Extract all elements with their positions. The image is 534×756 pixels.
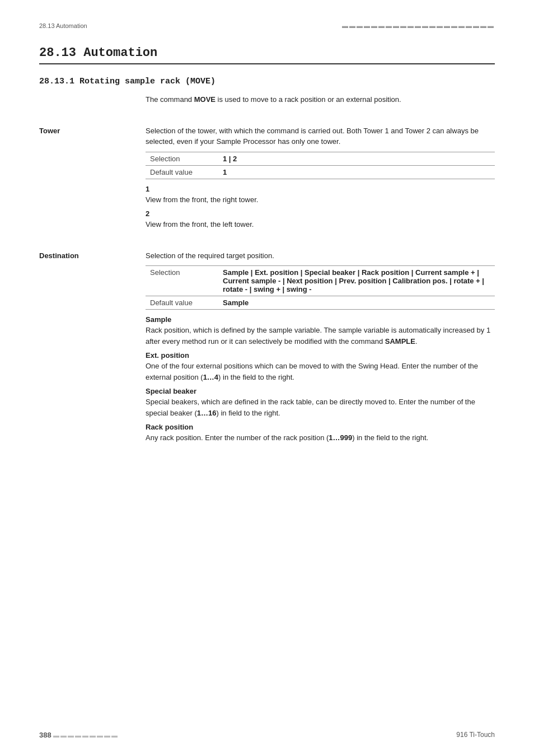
tower-selection-row: Selection 1 | 2 (146, 152, 495, 165)
destination-block: Destination Selection of the required ta… (39, 250, 495, 448)
destination-default-label: Default value (146, 296, 218, 310)
footer-right: 916 Ti-Touch (456, 731, 495, 739)
destination-selection-value: Sample | Ext. position | Special beaker … (218, 266, 495, 296)
tower-label: Tower (39, 125, 146, 235)
section-title: 28.13 Automation (39, 46, 495, 64)
tower-description: Selection of the tower, with which the c… (146, 125, 495, 147)
dest-sample-desc: Rack position, which is defined by the s… (146, 326, 490, 346)
tower-selection-label: Selection (146, 152, 218, 165)
intro-text: The command MOVE is used to move to a ra… (146, 94, 495, 105)
page-number: 388 (39, 731, 51, 739)
destination-description: Selection of the required target positio… (146, 250, 495, 262)
page-header: 28.13 Automation ▬▬▬▬▬▬▬▬▬▬▬▬▬▬▬▬▬▬▬▬▬ (39, 22, 495, 29)
header-dots: ▬▬▬▬▬▬▬▬▬▬▬▬▬▬▬▬▬▬▬▬▬ (342, 22, 495, 29)
footer-left: 388 ▬▬▬▬▬▬▬▬▬ (39, 731, 119, 739)
destination-default-row: Default value Sample (146, 296, 495, 310)
intro-block: The command MOVE is used to move to a ra… (39, 94, 495, 110)
destination-label: Destination (39, 250, 146, 448)
dest-sample: Sample Rack position, which is defined b… (146, 315, 495, 347)
destination-selection-label: Selection (146, 266, 218, 296)
dest-rack-position: Rack position Any rack position. Enter t… (146, 423, 495, 444)
dest-special-beaker-desc: Special beakers, which are defined in th… (146, 398, 475, 417)
tower-value-1-desc: View from the front, the right tower. (146, 195, 258, 204)
page-footer: 388 ▬▬▬▬▬▬▬▬▬ 916 Ti-Touch (39, 731, 495, 739)
dest-ext-position-desc: One of the four external positions which… (146, 362, 478, 381)
footer-dots-left: ▬▬▬▬▬▬▬▬▬ (53, 732, 119, 739)
dest-sample-title: Sample (146, 315, 495, 324)
destination-param-table: Selection Sample | Ext. position | Speci… (146, 265, 495, 310)
tower-default-row: Default value 1 (146, 165, 495, 179)
tower-value-2: 2 View from the front, the left tower. (146, 209, 495, 230)
tower-value-1: 1 View from the front, the right tower. (146, 185, 495, 206)
tower-value-2-desc: View from the front, the left tower. (146, 220, 254, 228)
dest-ext-position-title: Ext. position (146, 351, 495, 360)
dest-special-beaker-title: Special beaker (146, 387, 495, 395)
tower-param-table: Selection 1 | 2 Default value 1 (146, 152, 495, 179)
dest-rack-position-title: Rack position (146, 423, 495, 431)
tower-selection-value: 1 | 2 (218, 152, 495, 165)
destination-default-value: Sample (218, 296, 495, 310)
tower-block: Tower Selection of the tower, with which… (39, 125, 495, 235)
tower-value-2-title: 2 (146, 209, 495, 218)
dest-ext-position: Ext. position One of the four external p… (146, 351, 495, 382)
destination-selection-row: Selection Sample | Ext. position | Speci… (146, 266, 495, 296)
header-section-label: 28.13 Automation (39, 22, 87, 29)
subsection-title: 28.13.1 Rotating sample rack (MOVE) (39, 77, 495, 86)
tower-value-1-title: 1 (146, 185, 495, 193)
tower-default-label: Default value (146, 165, 218, 179)
dest-rack-position-desc: Any rack position. Enter the number of t… (146, 433, 428, 442)
dest-special-beaker: Special beaker Special beakers, which ar… (146, 387, 495, 418)
tower-default-value: 1 (218, 165, 495, 179)
